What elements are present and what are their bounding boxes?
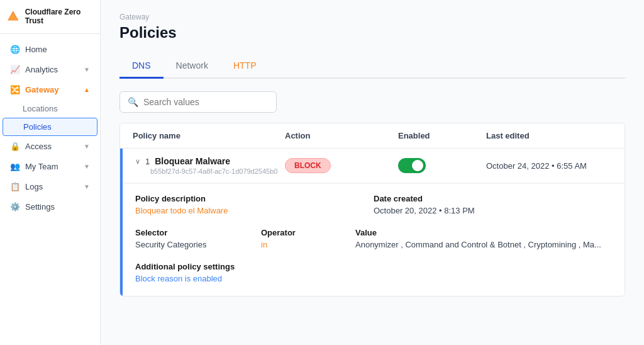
row-expand-icon[interactable]: ∨ (135, 157, 140, 166)
block-badge: BLOCK (285, 158, 331, 173)
policy-description-section: Policy description Bloquear todo el Malw… (135, 194, 374, 215)
sidebar-item-home[interactable]: 🌐 Home (3, 40, 97, 59)
page-title: Policies (119, 24, 625, 42)
col-header-policy-name: Policy name (133, 131, 285, 140)
selector-value: Security Categories (135, 240, 261, 249)
table-header-row: Policy name Action Enabled Last edited (120, 123, 625, 149)
sidebar-item-gateway[interactable]: 🔀 Gateway ▲ (3, 80, 97, 99)
chevron-down-icon: ▼ (84, 163, 90, 170)
date-created-value: October 20, 2022 • 8:13 PM (374, 206, 612, 215)
policies-table: Policy name Action Enabled Last edited ∨… (119, 123, 625, 297)
sidebar-item-label: Analytics (25, 65, 58, 74)
operator-label: Operator (261, 228, 355, 237)
policy-description-label: Policy description (135, 194, 374, 203)
sidebar-item-my-team[interactable]: 👥 My Team ▼ (3, 157, 97, 176)
selector-grid: Selector Security Categories Operator in… (135, 228, 612, 249)
col-header-last-edited: Last edited (486, 131, 612, 140)
logs-icon: 📋 (10, 182, 20, 191)
sidebar-item-label: Settings (25, 202, 55, 212)
policy-name-cell: ∨ 1 Bloquear Malware b55bf27d-9c57-4a8f-… (135, 156, 285, 175)
sidebar-item-analytics[interactable]: 📈 Analytics ▼ (3, 60, 97, 79)
policy-number: 1 (145, 157, 150, 166)
detail-grid-top: Policy description Bloquear todo el Malw… (135, 194, 612, 215)
settings-icon: ⚙️ (10, 202, 20, 212)
breadcrumb: Gateway (119, 13, 625, 21)
search-input[interactable] (143, 97, 269, 107)
tab-http[interactable]: HTTP (221, 54, 269, 79)
additional-settings-value: Block reason is enabled (135, 274, 612, 283)
tab-network[interactable]: Network (164, 54, 221, 79)
sidebar: Cloudflare Zero Trust 🌐 Home 📈 Analytics… (0, 0, 101, 345)
tab-bar: DNS Network HTTP (119, 54, 625, 79)
col-header-enabled: Enabled (398, 131, 486, 140)
cloudflare-logo-icon (6, 9, 20, 24)
chevron-up-icon: ▲ (84, 86, 90, 93)
additional-settings-label: Additional policy settings (135, 262, 612, 271)
value-value: Anonymizer , Command and Control & Botne… (355, 240, 612, 249)
table-row: ∨ 1 Bloquear Malware b55bf27d-9c57-4a8f-… (120, 149, 625, 296)
access-icon: 🔒 (10, 142, 20, 151)
operator-value: in (261, 240, 355, 249)
app-name: Cloudflare Zero Trust (25, 8, 94, 26)
operator-section: Operator in (261, 228, 355, 249)
main-content: Gateway Policies DNS Network HTTP 🔍 Poli… (101, 0, 644, 345)
selector-label: Selector (135, 228, 261, 237)
home-icon: 🌐 (10, 45, 20, 54)
analytics-icon: 📈 (10, 65, 20, 74)
policy-detail: Policy description Bloquear todo el Malw… (123, 183, 625, 296)
chevron-down-icon: ▼ (84, 66, 90, 73)
enabled-toggle[interactable] (398, 158, 426, 173)
date-created-section: Date created October 20, 2022 • 8:13 PM (374, 194, 612, 215)
policy-name[interactable]: Bloquear Malware (155, 156, 230, 166)
sidebar-item-label: Gateway (25, 85, 58, 94)
toggle-knob (412, 160, 423, 171)
date-created-label: Date created (374, 194, 612, 203)
gateway-icon: 🔀 (10, 85, 20, 94)
sidebar-sub-item-policies[interactable]: Policies (3, 118, 97, 136)
sidebar-sub-item-locations[interactable]: Locations (3, 100, 97, 117)
selector-section: Selector Security Categories (135, 228, 261, 249)
policies-label: Policies (23, 122, 52, 132)
chevron-down-icon: ▼ (84, 183, 90, 190)
team-icon: 👥 (10, 162, 20, 171)
col-header-action: Action (285, 131, 398, 140)
policy-last-edited-cell: October 24, 2022 • 6:55 AM (486, 161, 612, 171)
sidebar-item-label: My Team (25, 162, 58, 171)
search-icon: 🔍 (128, 97, 138, 107)
sidebar-item-logs[interactable]: 📋 Logs ▼ (3, 177, 97, 196)
sidebar-item-label: Logs (25, 182, 43, 191)
sidebar-item-settings[interactable]: ⚙️ Settings (3, 197, 97, 217)
policy-enabled-cell (398, 158, 486, 173)
sidebar-item-label: Access (25, 142, 52, 151)
chevron-down-icon: ▼ (84, 143, 90, 150)
app-logo: Cloudflare Zero Trust (0, 0, 100, 34)
policy-action-cell: BLOCK (285, 158, 398, 173)
locations-label: Locations (23, 104, 58, 113)
sidebar-item-label: Home (25, 45, 47, 54)
last-edited-text: October 24, 2022 • 6:55 AM (486, 161, 587, 171)
policy-description-value: Bloquear todo el Malware (135, 206, 374, 215)
additional-settings-section: Additional policy settings Block reason … (135, 262, 612, 283)
policy-id: b55bf27d-9c57-4a8f-ac7c-1d079d2545b0 (135, 167, 285, 175)
sidebar-nav: 🌐 Home 📈 Analytics ▼ 🔀 Gateway ▲ Locatio… (0, 34, 100, 345)
sidebar-item-access[interactable]: 🔒 Access ▼ (3, 137, 97, 156)
search-bar: 🔍 (119, 91, 277, 113)
policy-main-row: ∨ 1 Bloquear Malware b55bf27d-9c57-4a8f-… (123, 149, 625, 183)
value-label: Value (355, 228, 612, 237)
value-section: Value Anonymizer , Command and Control &… (355, 228, 612, 249)
tab-dns[interactable]: DNS (119, 54, 164, 79)
